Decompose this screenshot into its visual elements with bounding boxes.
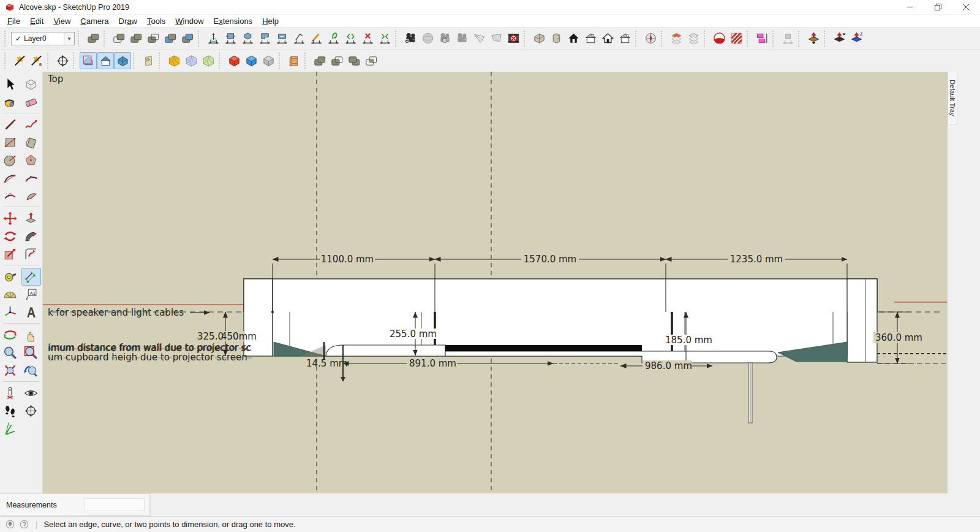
dim-pencil-icon[interactable] <box>307 30 325 47</box>
right-end-cap[interactable] <box>847 279 877 362</box>
wall-band[interactable] <box>244 279 877 312</box>
dim-delete-icon[interactable] <box>359 30 376 47</box>
menu-edit[interactable]: Edit <box>25 16 48 26</box>
credits-icon[interactable] <box>19 519 29 530</box>
tape-measure-tool[interactable] <box>1 268 20 286</box>
camera-target-tool[interactable] <box>21 402 41 420</box>
projector-screen-bar[interactable] <box>445 345 642 351</box>
toolbar-grip[interactable] <box>395 31 399 47</box>
outer-shell-icon[interactable] <box>85 30 102 47</box>
solid-wire-box-icon[interactable] <box>363 52 380 69</box>
house-outline-icon[interactable] <box>599 30 616 47</box>
toolbar-grip[interactable] <box>4 53 8 69</box>
cabinet-orange-icon[interactable] <box>285 52 303 69</box>
dimension-label[interactable]: 14.5 mm <box>306 358 347 369</box>
toolbar-grip[interactable] <box>4 31 8 47</box>
three-point-arc-tool[interactable] <box>1 187 20 205</box>
joint-pushpull-brown-icon[interactable] <box>805 30 822 47</box>
annotation-text[interactable]: um cupboard heigh due to projector scree… <box>48 352 247 363</box>
toolbar-grip[interactable] <box>747 31 750 47</box>
menu-camera[interactable]: Camera <box>75 16 113 26</box>
default-tray-tab[interactable]: Default Tray <box>948 72 957 124</box>
layer-dropdown[interactable]: ✓ Layer0 ▾ <box>11 32 75 45</box>
swap-material-icon[interactable] <box>753 30 771 47</box>
protractor-tool[interactable] <box>1 286 20 303</box>
dim-axis-icon[interactable] <box>205 30 222 47</box>
lock-camera-icon[interactable] <box>436 30 453 47</box>
scene-camera-icon[interactable] <box>402 30 419 47</box>
geolocation-icon[interactable] <box>5 519 15 530</box>
house-gray-roof-icon[interactable] <box>616 30 633 47</box>
dim-offset-plane-icon[interactable] <box>273 30 290 47</box>
polygon-tool[interactable] <box>21 151 41 169</box>
dim-leader-icon[interactable] <box>290 30 307 47</box>
zoom-tool[interactable] <box>1 344 20 362</box>
dim-gray-icon[interactable] <box>779 30 796 47</box>
freehand-tool[interactable] <box>21 116 41 134</box>
material-hatch-icon[interactable] <box>728 30 745 47</box>
toolbar-grip[interactable] <box>47 53 51 69</box>
toolbar-grip[interactable] <box>78 31 81 47</box>
zoom-window-tool[interactable] <box>21 344 41 362</box>
make-component-tool[interactable] <box>21 75 41 93</box>
toolbar-grip[interactable] <box>133 53 137 69</box>
rectangle-tool[interactable] <box>1 134 20 151</box>
axes-tool[interactable] <box>1 303 20 321</box>
toolbar-grip[interactable] <box>159 53 162 69</box>
two-point-arc-tool[interactable] <box>21 169 41 187</box>
dimension-label[interactable]: 1235.0 mm <box>730 254 783 265</box>
chevron-down-icon[interactable]: ▾ <box>64 32 74 45</box>
joint-pushpull-black-icon[interactable]: = <box>831 30 848 47</box>
orbit-globe-icon[interactable] <box>419 30 436 47</box>
dimension-label[interactable]: 360.0 mm <box>875 332 922 343</box>
toolbar-grip[interactable] <box>304 53 308 69</box>
close-button[interactable] <box>952 0 980 14</box>
layers-color-icon[interactable] <box>668 30 685 47</box>
toolbar-grip[interactable] <box>772 31 776 47</box>
3d-text-tool[interactable] <box>21 303 41 321</box>
component-box-icon[interactable] <box>548 30 565 47</box>
model-canvas[interactable]: Top <box>43 72 947 493</box>
line-tool[interactable] <box>1 116 20 134</box>
move-tool[interactable] <box>1 210 20 227</box>
axes-partial-tool[interactable] <box>1 420 20 438</box>
zoom-extents-tool[interactable] <box>1 362 20 379</box>
dimension-label-overlap[interactable]: 450mm <box>221 331 257 342</box>
paint-bucket-tool[interactable] <box>1 93 20 111</box>
toolbar-grip[interactable] <box>661 31 665 47</box>
rotate-tool[interactable] <box>1 227 20 245</box>
hide-similar-components-icon[interactable]: s <box>28 52 45 69</box>
circle-tool[interactable] <box>1 151 20 169</box>
dim-hook-icon[interactable] <box>325 30 342 47</box>
dimension-label[interactable]: 325.0 <box>197 331 224 342</box>
restore-button[interactable] <box>924 0 952 14</box>
toolbar-grip[interactable] <box>219 53 222 69</box>
toolbar-grip[interactable] <box>635 31 639 47</box>
dimension-label[interactable]: 185.0 mm <box>665 335 712 346</box>
solid-pair2-icon[interactable] <box>345 52 363 69</box>
rotated-rectangle-tool[interactable] <box>21 134 41 151</box>
arc-tool[interactable] <box>1 169 20 187</box>
dimension-label[interactable]: 891.0 mm <box>409 358 456 369</box>
curved-shelf-left[interactable] <box>326 345 445 356</box>
toolbar-grip[interactable] <box>524 31 527 47</box>
measurements-input[interactable] <box>85 498 145 511</box>
menu-file[interactable]: File <box>2 16 25 26</box>
look-around-tool[interactable] <box>21 384 41 402</box>
intersect-solids-icon[interactable] <box>110 30 127 47</box>
joint-pushpull-blue-icon[interactable]: J <box>848 30 865 47</box>
axes-compass-icon[interactable] <box>54 52 71 69</box>
house-solid-icon[interactable] <box>565 30 582 47</box>
drawing-viewport[interactable]: Top <box>43 72 947 493</box>
dual-camera-icon[interactable] <box>453 30 470 47</box>
dim-outside-icon[interactable] <box>376 30 393 47</box>
dim-inside-icon[interactable] <box>342 30 359 47</box>
toolbar-grip[interactable] <box>704 31 707 47</box>
menu-help[interactable]: Help <box>257 16 284 26</box>
component-hole-icon[interactable] <box>140 52 157 69</box>
walk-tool[interactable] <box>1 402 20 420</box>
trim-solids-icon[interactable] <box>162 30 179 47</box>
toolbar-grip[interactable] <box>824 31 827 47</box>
pie-tool[interactable] <box>21 187 41 205</box>
menu-draw[interactable]: Draw <box>114 16 142 26</box>
